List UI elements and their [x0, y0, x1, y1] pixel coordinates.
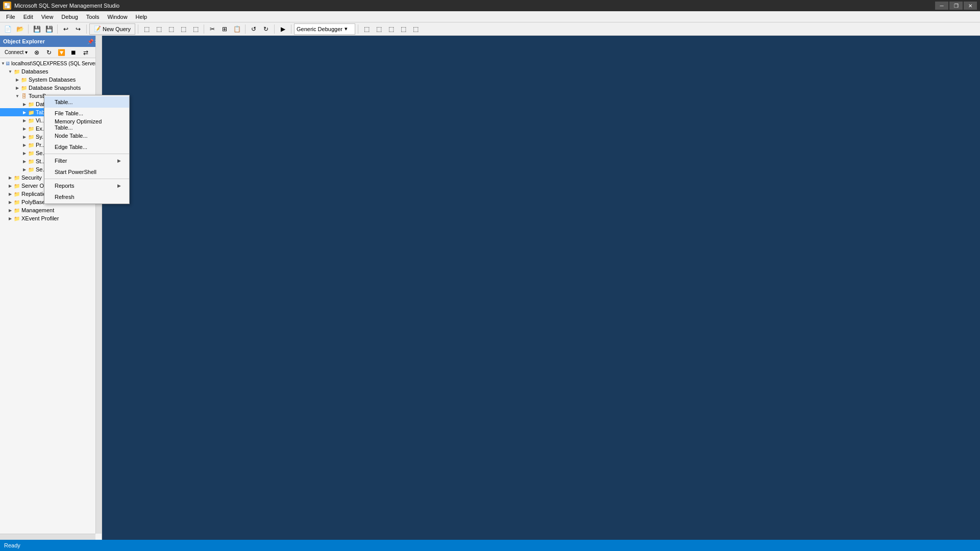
save-all-button[interactable]: 💾: [43, 23, 55, 35]
svg-rect-2: [5, 6, 7, 8]
status-bar: Ready: [0, 540, 980, 551]
expander-external: ▶: [21, 126, 28, 132]
expander-storage: ▶: [21, 158, 28, 164]
sync-button[interactable]: ⇄: [80, 47, 91, 58]
extra-button[interactable]: ⬚: [361, 23, 372, 35]
tree-item-xevent-profiler[interactable]: ▶ 📁 XEvent Profiler: [0, 214, 102, 222]
debugger-dropdown[interactable]: Generic Debugger ▾: [294, 23, 355, 35]
filter-oe-button[interactable]: 🔽: [56, 47, 67, 58]
undo-button[interactable]: ↩: [60, 23, 71, 35]
expander-tables: ▶: [21, 109, 28, 115]
expander-synonyms: ▶: [21, 134, 28, 140]
menu-item-file[interactable]: File: [2, 11, 19, 22]
folder-icon-programmability: 📁: [28, 141, 35, 148]
close-button[interactable]: ✕: [964, 2, 977, 10]
ctx-item-start-powershell[interactable]: Start PowerShell: [44, 166, 129, 178]
tree-item-databases[interactable]: ▼ 📁 Databases: [0, 67, 102, 76]
db-icon-toursbase: 🗄: [20, 92, 28, 99]
new-query-button[interactable]: 📝 New Query: [89, 23, 135, 35]
toolbar-separator-7: [274, 24, 275, 34]
toolbar-separator-6: [245, 24, 246, 34]
folder-icon-management: 📁: [13, 207, 20, 214]
ctx-item-filter[interactable]: Filter ▶: [44, 155, 129, 166]
expander-management: ▶: [7, 207, 13, 213]
save-button[interactable]: 💾: [31, 23, 42, 35]
db-snapshots-label: Database Snapshots: [29, 85, 81, 91]
xevent-profiler-label: XEvent Profiler: [21, 215, 59, 221]
window-controls: ─ ❐ ✕: [935, 2, 977, 10]
button2[interactable]: ⬚: [153, 23, 164, 35]
redo-button[interactable]: ↪: [72, 23, 84, 35]
expander-polybase: ▶: [7, 199, 13, 205]
toolbar-separator-4: [138, 24, 138, 34]
ctx-item-table[interactable]: Table...: [44, 96, 129, 108]
folder-icon-server-objects: 📁: [13, 182, 20, 189]
expander-views: ▶: [21, 117, 28, 123]
open-file-button[interactable]: 📂: [14, 23, 26, 35]
folder-icon-security: 📁: [13, 174, 20, 181]
disconnect-button[interactable]: ⊗: [31, 47, 42, 58]
connect-button[interactable]: Connect ▾: [2, 47, 30, 58]
horizontal-scrollbar[interactable]: [0, 534, 95, 540]
expander-db-diagrams: ▶: [21, 101, 28, 107]
tree-item-db-snapshots[interactable]: ▶ 📁 Database Snapshots: [0, 84, 102, 92]
extra-button2[interactable]: ⬚: [373, 23, 384, 35]
button5[interactable]: ⬚: [190, 23, 201, 35]
menu-item-edit[interactable]: Edit: [19, 11, 37, 22]
folder-icon-databases: 📁: [13, 68, 20, 75]
tree-item-system-dbs[interactable]: ▶ 📁 System Databases: [0, 76, 102, 84]
folder-icon-polybase: 📁: [13, 198, 20, 206]
expander-replication: ▶: [7, 191, 13, 197]
ctx-separator-1: [44, 154, 129, 154]
server-label: localhost\SQLEXPRESS (SQL Server 14.0...: [11, 61, 102, 66]
toolbar-separator-8: [291, 24, 291, 34]
menu-item-help[interactable]: Help: [132, 11, 152, 22]
debugger-label: Generic Debugger: [297, 26, 342, 32]
toolbar-separator-9: [358, 24, 358, 34]
tree-item-management[interactable]: ▶ 📁 Management: [0, 206, 102, 214]
extra-button5[interactable]: ⬚: [410, 23, 421, 35]
execute-button[interactable]: ▶: [277, 23, 288, 35]
refresh-oe-button[interactable]: ↻: [43, 47, 55, 58]
ctx-reports-label: Reports: [55, 183, 75, 189]
ctx-item-node-table[interactable]: Node Table...: [44, 130, 129, 141]
folder-icon-synonyms: 📁: [28, 133, 35, 140]
button4[interactable]: ⬚: [178, 23, 189, 35]
management-label: Management: [21, 207, 54, 213]
menu-item-tools[interactable]: Tools: [82, 11, 104, 22]
expander-system-dbs: ▶: [14, 77, 20, 83]
extra-button3[interactable]: ⬚: [385, 23, 397, 35]
ctx-item-memory-optimized-table[interactable]: Memory Optimized Table...: [44, 119, 129, 130]
new-file-button[interactable]: 📄: [2, 23, 13, 35]
menu-item-view[interactable]: View: [37, 11, 58, 22]
ctx-item-edge-table[interactable]: Edge Table...: [44, 141, 129, 153]
ctx-item-reports[interactable]: Reports ▶: [44, 180, 129, 191]
undo2-button[interactable]: ↺: [248, 23, 259, 35]
paste-button[interactable]: 📋: [231, 23, 242, 35]
expander-db-security: ▶: [21, 166, 28, 172]
folder-icon-replication: 📁: [13, 190, 20, 197]
extra-button4[interactable]: ⬚: [398, 23, 409, 35]
menu-item-window[interactable]: Window: [103, 11, 131, 22]
tree-item-server[interactable]: ▼ 🖥 localhost\SQLEXPRESS (SQL Server 14.…: [0, 59, 102, 67]
new-query-label: New Query: [103, 26, 131, 32]
ctx-item-file-table[interactable]: File Table...: [44, 108, 129, 119]
copy-button[interactable]: ⊞: [219, 23, 230, 35]
redo2-button[interactable]: ↻: [260, 23, 272, 35]
button1[interactable]: ⬚: [141, 23, 152, 35]
restore-button[interactable]: ❐: [949, 2, 963, 10]
button3[interactable]: ⬚: [165, 23, 177, 35]
expander-db-snapshots: ▶: [14, 85, 20, 91]
minimize-button[interactable]: ─: [935, 2, 948, 10]
cut-button[interactable]: ✂: [207, 23, 218, 35]
system-dbs-label: System Databases: [29, 77, 76, 83]
object-explorer-toolbar: Connect ▾ ⊗ ↻ 🔽 ⏹ ⇄: [0, 47, 102, 58]
stop-button[interactable]: ⏹: [68, 47, 79, 58]
new-query-icon: 📝: [94, 26, 101, 32]
oe-pin-icon[interactable]: 📌: [87, 39, 93, 44]
ctx-item-refresh[interactable]: Refresh: [44, 191, 129, 203]
expander-toursbase: ▼: [14, 93, 20, 99]
debugger-arrow: ▾: [345, 26, 348, 32]
menu-item-debug[interactable]: Debug: [57, 11, 82, 22]
ctx-edge-table-label: Edge Table...: [55, 144, 87, 150]
